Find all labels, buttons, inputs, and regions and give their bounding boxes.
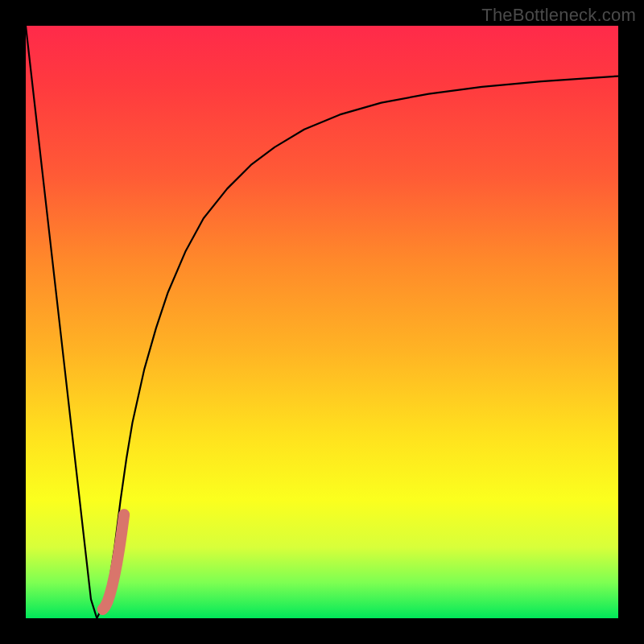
chart-frame: TheBottleneck.com	[0, 0, 644, 644]
black-curve	[26, 26, 618, 618]
watermark-text: TheBottleneck.com	[481, 5, 636, 26]
chart-svg	[26, 26, 618, 618]
plot-area	[26, 26, 618, 618]
red-marker	[103, 514, 124, 609]
